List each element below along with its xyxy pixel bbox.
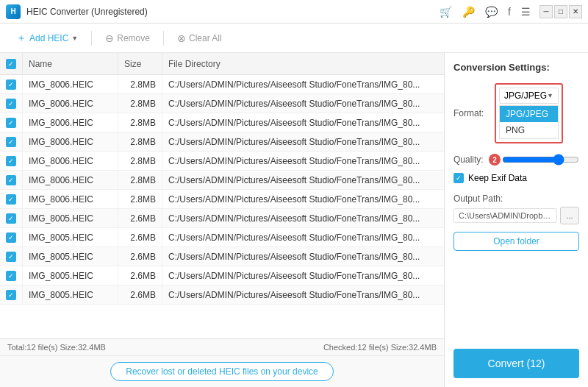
open-folder-button[interactable]: Open folder: [453, 232, 579, 251]
row-name: IMG_8006.HEIC: [23, 190, 118, 209]
row-checkbox[interactable]: ✓: [6, 175, 16, 185]
row-name: IMG_8005.HEIC: [23, 266, 118, 285]
clear-icon: ⊗: [177, 32, 186, 44]
quality-badge: 2: [489, 154, 501, 166]
th-checkbox: ✓: [0, 53, 23, 75]
table-row[interactable]: ✓ IMG_8005.HEIC 2.6MB C:/Users/ADMIN/Pic…: [0, 266, 444, 285]
row-checkbox[interactable]: ✓: [6, 290, 16, 300]
table-row[interactable]: ✓ IMG_8006.HEIC 2.8MB C:/Users/ADMIN/Pic…: [0, 152, 444, 171]
title-bar: H HEIC Converter (Unregistered) 🛒 🔑 💬 f …: [0, 0, 588, 24]
row-checkbox-cell: ✓: [0, 113, 23, 132]
th-size: Size: [118, 53, 162, 75]
toolbar-separator-2: [163, 31, 164, 46]
settings-title: Conversion Settings:: [453, 62, 579, 73]
row-checkbox[interactable]: ✓: [6, 252, 16, 262]
table-row[interactable]: ✓ IMG_8005.HEIC 2.6MB C:/Users/ADMIN/Pic…: [0, 285, 444, 305]
title-bar-icons: 🛒 🔑 💬 f ☰: [437, 4, 534, 19]
quality-slider[interactable]: [502, 154, 579, 166]
recover-bar: Recover lost or deleted HEIC files on yo…: [0, 355, 444, 387]
row-dir: C:/Users/ADMIN/Pictures/Aiseesoft Studio…: [162, 228, 445, 247]
file-list-scroll[interactable]: ✓ IMG_8006.HEIC 2.8MB C:/Users/ADMIN/Pic…: [0, 75, 444, 338]
minimize-button[interactable]: ─: [539, 5, 553, 18]
app-logo: H: [6, 4, 21, 19]
table-row[interactable]: ✓ IMG_8005.HEIC 2.6MB C:/Users/ADMIN/Pic…: [0, 209, 444, 228]
browse-button[interactable]: ...: [560, 207, 579, 224]
key-icon[interactable]: 🔑: [459, 4, 478, 19]
clear-label: Clear All: [189, 33, 222, 43]
keep-exif-checkbox[interactable]: ✓: [453, 173, 464, 183]
row-checkbox-cell: ✓: [0, 171, 23, 190]
table-row[interactable]: ✓ IMG_8005.HEIC 2.6MB C:/Users/ADMIN/Pic…: [0, 247, 444, 266]
logo-text: H: [10, 7, 15, 15]
output-path-section: Output Path: C:\Users\ADMIN\Dropbox\PC\ …: [453, 191, 579, 224]
row-dir: C:/Users/ADMIN/Pictures/Aiseesoft Studio…: [162, 190, 445, 209]
format-options-list: JPG/JPEG PNG: [499, 105, 559, 139]
table-row[interactable]: ✓ IMG_8006.HEIC 2.8MB C:/Users/ADMIN/Pic…: [0, 113, 444, 132]
row-checkbox[interactable]: ✓: [6, 79, 16, 90]
format-setting-row: Format: JPG/JPEG ▼ JPG/JPEG PNG: [453, 83, 579, 143]
format-option-png[interactable]: PNG: [500, 122, 558, 138]
row-checkbox[interactable]: ✓: [6, 194, 16, 205]
row-name: IMG_8006.HEIC: [23, 75, 118, 94]
table-row[interactable]: ✓ IMG_8005.HEIC 2.6MB C:/Users/ADMIN/Pic…: [0, 228, 444, 247]
menu-icon[interactable]: ☰: [518, 4, 534, 19]
file-table-body: ✓ IMG_8006.HEIC 2.8MB C:/Users/ADMIN/Pic…: [0, 75, 444, 305]
format-dropdown[interactable]: JPG/JPEG ▼: [499, 88, 559, 104]
format-row: Format: JPG/JPEG ▼ JPG/JPEG PNG: [453, 83, 579, 143]
row-checkbox[interactable]: ✓: [6, 232, 16, 243]
row-name: IMG_8005.HEIC: [23, 285, 118, 305]
select-all-checkbox[interactable]: ✓: [6, 59, 16, 69]
keep-exif-label: Keep Exif Data: [468, 173, 527, 183]
table-row[interactable]: ✓ IMG_8006.HEIC 2.8MB C:/Users/ADMIN/Pic…: [0, 171, 444, 190]
row-checkbox[interactable]: ✓: [6, 137, 16, 147]
convert-button[interactable]: Convert (12): [453, 349, 579, 378]
row-dir: C:/Users/ADMIN/Pictures/Aiseesoft Studio…: [162, 152, 445, 171]
clear-all-button[interactable]: ⊗ Clear All: [170, 29, 229, 48]
table-row[interactable]: ✓ IMG_8006.HEIC 2.8MB C:/Users/ADMIN/Pic…: [0, 75, 444, 94]
recover-button[interactable]: Recover lost or deleted HEIC files on yo…: [110, 362, 333, 381]
row-checkbox[interactable]: ✓: [6, 271, 16, 281]
row-name: IMG_8006.HEIC: [23, 94, 118, 113]
row-name: IMG_8006.HEIC: [23, 171, 118, 190]
row-name: IMG_8006.HEIC: [23, 152, 118, 171]
close-button[interactable]: ✕: [569, 5, 582, 18]
file-list-body: ✓ IMG_8006.HEIC 2.8MB C:/Users/ADMIN/Pic…: [0, 75, 444, 305]
format-option-jpg[interactable]: JPG/JPEG: [500, 106, 558, 122]
cart-icon[interactable]: 🛒: [437, 4, 455, 19]
row-size: 2.6MB: [118, 266, 162, 285]
add-heic-button[interactable]: ＋ Add HEIC ▼: [9, 28, 85, 49]
row-checkbox-cell: ✓: [0, 190, 23, 209]
add-heic-label: Add HEIC: [29, 33, 68, 43]
row-dir: C:/Users/ADMIN/Pictures/Aiseesoft Studio…: [162, 171, 445, 190]
add-dropdown-arrow: ▼: [71, 35, 78, 42]
toolbar-separator-1: [91, 31, 92, 46]
row-dir: C:/Users/ADMIN/Pictures/Aiseesoft Studio…: [162, 113, 445, 132]
row-checkbox[interactable]: ✓: [6, 156, 16, 166]
row-size: 2.8MB: [118, 113, 162, 132]
row-checkbox[interactable]: ✓: [6, 118, 16, 128]
row-checkbox[interactable]: ✓: [6, 99, 16, 109]
row-dir: C:/Users/ADMIN/Pictures/Aiseesoft Studio…: [162, 132, 445, 152]
table-row[interactable]: ✓ IMG_8006.HEIC 2.8MB C:/Users/ADMIN/Pic…: [0, 190, 444, 209]
table-row[interactable]: ✓ IMG_8006.HEIC 2.8MB C:/Users/ADMIN/Pic…: [0, 132, 444, 152]
row-checkbox-cell: ✓: [0, 75, 23, 94]
output-path-row: C:\Users\ADMIN\Dropbox\PC\ ...: [453, 207, 579, 224]
row-size: 2.6MB: [118, 209, 162, 228]
maximize-button[interactable]: □: [554, 5, 567, 18]
facebook-icon[interactable]: f: [505, 4, 514, 19]
row-dir: C:/Users/ADMIN/Pictures/Aiseesoft Studio…: [162, 94, 445, 113]
row-name: IMG_8005.HEIC: [23, 247, 118, 266]
table-row[interactable]: ✓ IMG_8006.HEIC 2.8MB C:/Users/ADMIN/Pic…: [0, 94, 444, 113]
file-table: ✓ Name Size File Directory: [0, 53, 444, 75]
remove-button[interactable]: ⊖ Remove: [98, 29, 157, 48]
keep-exif-row: ✓ Keep Exif Data: [453, 173, 579, 183]
row-checkbox[interactable]: ✓: [6, 213, 16, 224]
toolbar: ＋ Add HEIC ▼ ⊖ Remove ⊗ Clear All: [0, 24, 588, 53]
minus-icon: ⊖: [105, 32, 114, 44]
row-checkbox-cell: ✓: [0, 209, 23, 228]
format-select-wrapper: JPG/JPEG ▼ JPG/JPEG PNG: [495, 83, 563, 143]
window-controls: ─ □ ✕: [539, 5, 582, 18]
chat-icon[interactable]: 💬: [482, 4, 501, 19]
app-title: HEIC Converter (Unregistered): [26, 7, 437, 17]
row-size: 2.8MB: [118, 94, 162, 113]
